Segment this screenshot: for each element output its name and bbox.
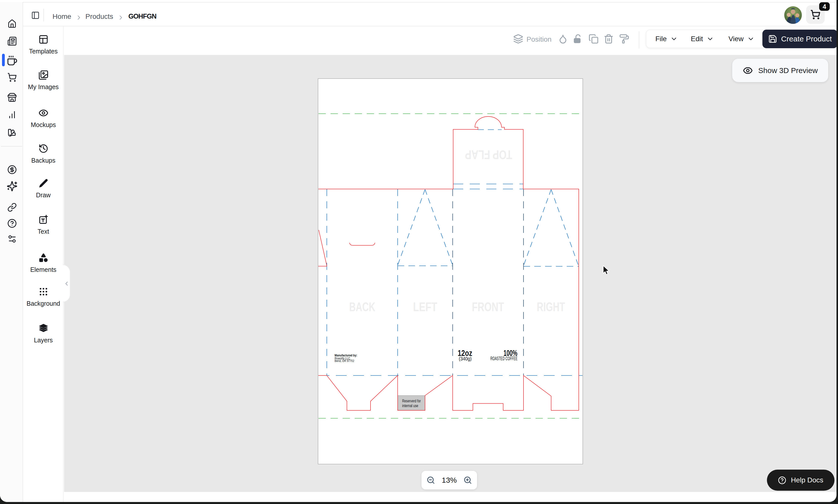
svg-text:RIGHT: RIGHT	[537, 300, 565, 314]
svg-text:Reserverd for: Reserverd for	[402, 399, 421, 403]
svg-text:internal use: internal use	[402, 403, 418, 408]
svg-text:TOP FLAP: TOP FLAP	[465, 148, 512, 162]
svg-text:LEFT: LEFT	[413, 300, 437, 314]
svg-text:FRONT: FRONT	[472, 300, 504, 314]
svg-text:ROASTED COFFEE: ROASTED COFFEE	[490, 356, 518, 361]
svg-text:Bend, OR 97702: Bend, OR 97702	[335, 359, 354, 363]
svg-text:BACK: BACK	[349, 300, 375, 314]
svg-text:(340g): (340g)	[459, 356, 472, 361]
